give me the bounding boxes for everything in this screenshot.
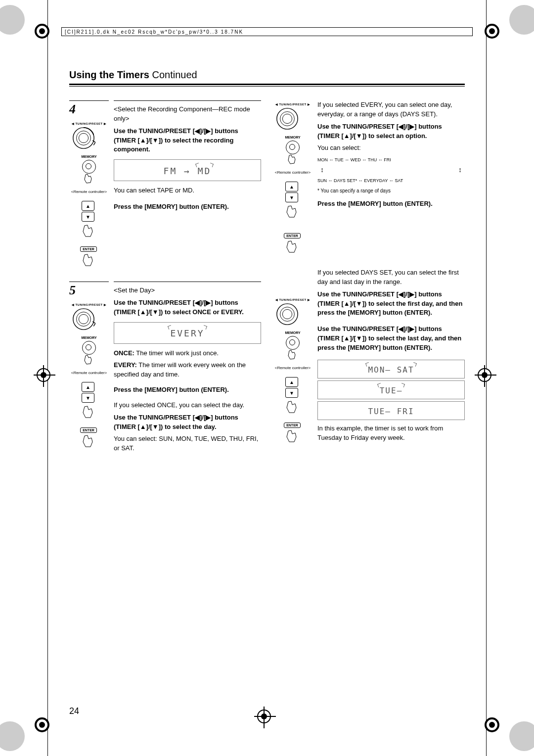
tuning-label: ◀ TUNING/PRESET ▶ [275,102,311,106]
day-row-2: SUN ↔ DAYS SET* ↔ EVERYDAY ↔ SAT [317,177,465,185]
step5-subtitle: <Set the Day> [114,286,261,295]
lcd-text: TUE– FRI [368,406,414,417]
step4-press: Press the [MEMORY] button (ENTER). [114,202,261,212]
hand-pointer-icon [287,154,298,164]
days-footnote: * You can specify a range of days [317,188,465,195]
corner-decoration [509,721,534,751]
page-title: Using the Timers Continued [69,69,465,81]
memory-label: MEMORY [285,331,300,334]
page-number: 24 [69,706,79,716]
registration-mark-icon [478,368,497,388]
daysset-last: Use the TUNING/PRESET [◀]/[▶] buttons (T… [317,325,465,353]
registration-mark-icon [37,368,56,388]
right-every-block: ◀ TUNING/PRESET ▶ MEMORY [273,100,465,253]
step5-once-selected: If you selected ONCE, you can select the… [114,401,261,410]
enter-button-icon: ENTER [284,233,301,238]
title-bold: Using the Timers [69,69,149,80]
lcd-left: FM [164,165,178,178]
every-press: Press the [MEMORY] button (ENTER). [317,199,465,209]
day-row-1: MON ↔ TUE ↔ WED ↔ THU ↔ FRI [317,156,465,164]
hand-pointer-icon [285,205,300,218]
right-daysset-block: ◀ TUNING/PRESET ▶ MEMORY [273,268,465,445]
step-number: 4 [69,100,109,117]
tuning-preset-knob: ◀ TUNING/PRESET ▶ [72,122,107,150]
lcd-display: FM → MD [114,159,261,181]
daysset-example: In this example, the timer is set to wor… [317,424,465,443]
knob-icon [72,307,95,331]
remote-controller-label: <Remote controller> [71,189,107,194]
enter-button-icon: ENTER [80,246,97,252]
step4-instruction: Use the TUNING/PRESET [◀]/[▶] buttons (T… [114,127,261,155]
memory-button-icon: MEMORY [81,336,96,365]
registration-mark-icon [257,709,277,729]
hand-pointer-icon [287,350,298,360]
lcd-right: MD [198,165,212,178]
memory-label: MEMORY [285,136,300,139]
tuning-label: ◀ TUNING/PRESET ▶ [72,303,107,306]
arrow-pad-icon: ▲ ▼ [285,377,300,398]
svg-point-2 [79,133,88,142]
hand-pointer-icon [285,430,300,443]
remote-controller-label: <Remote controller> [71,371,107,375]
hand-pointer-icon [285,240,300,253]
arrow-pad-icon: ▲ ▼ [82,201,96,222]
step-number: 5 [69,282,109,298]
hand-pointer-icon [82,254,96,267]
title-divider [69,84,465,87]
page-content: Using the Timers Continued 4 ◀ TUNING/PR… [69,69,465,687]
lcd-display: EVERY [114,322,261,344]
step5-press: Press the [MEMORY] button (ENTER). [114,385,261,395]
svg-point-10 [280,307,294,322]
svg-point-5 [79,314,88,324]
svg-point-11 [282,309,292,319]
lcd-display: TUE– [317,380,465,399]
daysset-first: Use the TUNING/PRESET [◀]/[▶] buttons (T… [317,290,465,318]
enter-button-icon: ENTER [284,423,301,428]
knob-icon [275,302,299,326]
memory-button-icon: MEMORY [285,331,300,360]
memory-button-icon: MEMORY [285,136,300,164]
arrow-pad-icon: ▲ ▼ [285,182,300,202]
tuning-label: ◀ TUNING/PRESET ▶ [72,122,107,125]
lcd-text: MON– SAT [368,364,414,376]
enter-button-icon: ENTER [80,427,97,433]
memory-label: MEMORY [81,336,96,339]
knob-icon [275,107,299,131]
corner-decoration [509,5,534,35]
hand-pointer-icon [82,225,96,237]
step5-once-days: You can select: SUN, MON, TUE, WED, THU,… [114,434,261,453]
step5-once-bold: Use the TUNING/PRESET [◀]/[▶] buttons (T… [114,413,261,432]
knob-icon [72,126,95,150]
remote-controller-label: <Remote controller> [275,366,311,370]
every-instruction: Use the TUNING/PRESET [◀]/[▶] buttons (T… [317,122,465,141]
file-path-bar: [CI]R211].0,dk N_ec02 Rscqb_w*Dc'ps_pw/3… [61,27,473,36]
step4-note: You can select TAPE or MD. [114,186,261,195]
lcd-arrow: → [184,165,191,178]
step-5: 5 ◀ TUNING/PRESET ▶ [69,282,261,456]
updown-arrow-icon: ↕ [458,164,462,176]
lcd-text: EVERY [170,327,204,340]
step5-once: ONCE: The timer will work just once. [114,349,261,358]
hand-pointer-icon [84,355,94,365]
registration-mark-icon [485,717,499,732]
tuning-preset-knob: ◀ TUNING/PRESET ▶ [275,298,311,326]
step-4: 4 ◀ TUNING/PRESET ▶ [69,100,261,267]
tuning-preset-knob: ◀ TUNING/PRESET ▶ [72,303,107,331]
step5-instruction: Use the TUNING/PRESET [◀]/[▶] buttons (T… [114,298,261,317]
hand-pointer-icon [82,406,96,419]
tuning-preset-knob: ◀ TUNING/PRESET ▶ [275,102,311,131]
svg-point-8 [282,114,292,123]
memory-label: MEMORY [81,155,96,158]
title-continued: Continued [152,69,197,80]
hand-pointer-icon [84,174,94,184]
every-intro: If you selected EVERY, you can select on… [317,100,465,119]
remote-controller-label: <Remote controller> [275,170,311,175]
day-cycle-diagram: MON ↔ TUE ↔ WED ↔ THU ↔ FRI ↕ ↕ SUN ↔ DA… [317,156,465,185]
step4-subtitle: <Select the Recording Component—REC mode… [114,105,261,124]
updown-arrow-icon: ↕ [320,164,324,176]
daysset-intro: If you selected DAYS SET, you can select… [317,268,465,287]
memory-button-icon: MEMORY [81,155,96,184]
lcd-text: TUE– [380,385,403,396]
corner-decoration [0,721,25,751]
corner-decoration [0,5,25,35]
